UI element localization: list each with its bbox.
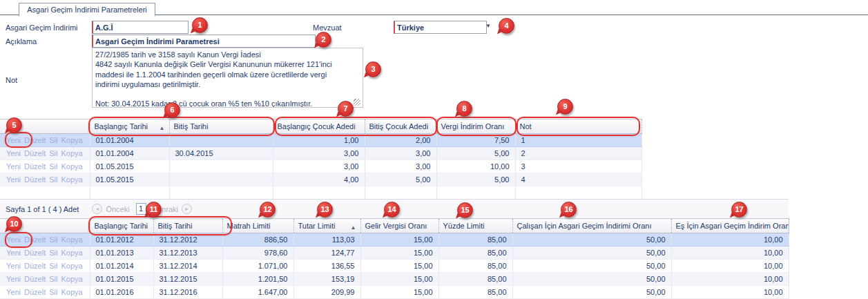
row-action-yeni[interactable]: Yeni: [6, 235, 21, 244]
row-action-duzelt[interactable]: Düzelt: [24, 162, 46, 171]
row-action-kopya[interactable]: Kopya: [61, 162, 82, 171]
row-action-kopya[interactable]: Kopya: [61, 235, 82, 244]
cell: 3,00: [273, 147, 365, 160]
col-bitis-tarihi[interactable]: Bitiş Tarihi: [153, 219, 222, 233]
row-action-yeni[interactable]: Yeni: [6, 136, 21, 144]
cell: [169, 173, 273, 186]
annotation-badge-1: 1: [192, 17, 208, 33]
annotation-badge-6: 6: [164, 102, 180, 118]
pager-prev-label[interactable]: Önceki: [106, 205, 129, 213]
dropdown-arrow-icon[interactable]: ▼: [485, 23, 491, 29]
row-action-yeni[interactable]: Yeni: [6, 262, 21, 270]
row-action-duzelt[interactable]: Düzelt: [24, 149, 46, 157]
agi-label: Asgari Geçim İndirimi: [6, 23, 78, 32]
row-action-kopya[interactable]: Kopya: [61, 249, 82, 257]
cell: 31.12.2013: [153, 247, 222, 260]
row-action-sil[interactable]: Sil: [49, 288, 57, 296]
cell: 1,00: [273, 134, 365, 147]
table-row[interactable]: YeniDüzeltSilKopya 01.01.2016 31.12.2016…: [0, 286, 789, 299]
tab-asgari-gecim-indirimi-parametreleri[interactable]: Asgari Geçim İndirimi Parametreleri: [19, 3, 155, 17]
mevzuat-label: Mevzuat: [313, 23, 342, 32]
cell: 4,00: [273, 173, 365, 186]
agi-input[interactable]: [92, 21, 189, 34]
col-not[interactable]: Not: [515, 119, 642, 134]
table-row[interactable]: YeniDüzeltSilKopya 01.01.2004 30.04.2015…: [0, 147, 642, 160]
col-tutar-limiti[interactable]: ▲Tutar Limiti: [293, 219, 360, 233]
col-baslangic-cocuk-adedi[interactable]: Başlangıç Çocuk Adedi: [273, 119, 365, 134]
table-row[interactable]: YeniDüzeltSilKopya 01.01.2004 1,00 2,00 …: [0, 134, 642, 147]
row-action-duzelt[interactable]: Düzelt: [24, 249, 46, 257]
row-action-sil[interactable]: Sil: [49, 235, 57, 244]
col-vergi-indirim-orani[interactable]: Vergi İndirim Oranı: [436, 119, 515, 134]
aciklama-input[interactable]: [92, 35, 316, 48]
table-row[interactable]: YeniDüzeltSilKopya 01.01.2013 31.12.2013…: [0, 247, 789, 260]
row-action-kopya[interactable]: Kopya: [61, 149, 82, 157]
cell: 85,00: [438, 260, 512, 273]
cell: 124,77: [293, 247, 360, 260]
col-es-agi-orani[interactable]: Eş İçin Asgari Geçim İndirim Oranı: [671, 219, 789, 233]
row-action-kopya[interactable]: Kopya: [61, 288, 82, 296]
row-action-yeni[interactable]: Yeni: [6, 249, 21, 257]
row-action-duzelt[interactable]: Düzelt: [24, 262, 46, 270]
annotation-badge-11: 11: [146, 202, 162, 218]
col-baslangic-tarihi[interactable]: Başlangıç Tarihi: [90, 219, 153, 233]
cell: 15,00: [360, 286, 438, 299]
col-bitis-tarihi[interactable]: Bitiş Tarihi: [169, 119, 273, 134]
col-yuzde-limiti[interactable]: Yüzde Limiti: [438, 219, 512, 233]
row-action-yeni[interactable]: Yeni: [6, 162, 21, 171]
col-matrah-limiti[interactable]: Matrah Limiti: [222, 219, 293, 233]
row-action-kopya[interactable]: Kopya: [61, 262, 82, 270]
row-action-sil[interactable]: Sil: [49, 275, 57, 283]
row-action-yeni[interactable]: Yeni: [6, 175, 21, 184]
table-row[interactable]: YeniDüzeltSilKopya 01.01.2014 31.12.2014…: [0, 260, 789, 273]
cell: 5,00: [365, 173, 436, 186]
row-action-sil[interactable]: Sil: [49, 149, 57, 157]
row-action-yeni[interactable]: Yeni: [6, 275, 21, 283]
cell: 136,55: [293, 260, 360, 273]
cell: 3,00: [365, 147, 436, 160]
row-action-sil[interactable]: Sil: [49, 249, 57, 257]
cell: 15,00: [360, 260, 438, 273]
annotation-badge-7: 7: [338, 101, 354, 117]
row-action-sil[interactable]: Sil: [49, 136, 57, 144]
col-gelir-vergisi-orani[interactable]: Gelir Vergisi Oranı: [360, 219, 438, 233]
row-action-yeni[interactable]: Yeni: [6, 288, 21, 296]
cell: 50,00: [512, 260, 671, 273]
row-action-kopya[interactable]: Kopya: [61, 136, 82, 144]
cell: 01.05.2015: [90, 173, 169, 186]
row-action-duzelt[interactable]: Düzelt: [24, 175, 46, 184]
row-action-sil[interactable]: Sil: [49, 162, 57, 171]
not-textarea[interactable]: 27/2/1985 tarih ve 3158 sayılı Kanun Ver…: [92, 48, 363, 108]
row-action-duzelt[interactable]: Düzelt: [24, 288, 46, 296]
cell: 3: [515, 160, 642, 173]
table-row[interactable]: YeniDüzeltSilKopya 01.01.2012 31.12.2012…: [0, 233, 789, 247]
row-action-duzelt[interactable]: Düzelt: [24, 136, 46, 144]
mevzuat-select[interactable]: [394, 21, 487, 34]
table-row[interactable]: YeniDüzeltSilKopya 01.05.2015 3,00 3,00 …: [0, 160, 642, 173]
col-calisan-agi-orani[interactable]: Çalışan İçin Asgari Geçim İndirimi Oranı: [512, 219, 671, 233]
row-action-kopya[interactable]: Kopya: [61, 275, 82, 283]
row-action-yeni[interactable]: Yeni: [6, 149, 21, 157]
row-action-duzelt[interactable]: Düzelt: [24, 235, 46, 244]
row-action-sil[interactable]: Sil: [49, 175, 57, 184]
table-row[interactable]: YeniDüzeltSilKopya 01.01.2015 31.12.2015…: [0, 273, 789, 286]
row-action-duzelt[interactable]: Düzelt: [24, 275, 46, 283]
agi-parameters-table: ▲Başlangıç Tarihi Bitiş Tarihi Başlangıç…: [0, 119, 642, 200]
textarea-resize-grip-icon[interactable]: [354, 99, 360, 106]
cell: 10,00: [671, 286, 789, 299]
annotation-badge-14: 14: [384, 202, 400, 218]
cell: 10,00: [671, 273, 789, 286]
cell: 1.071,00: [222, 260, 293, 273]
col-bitis-cocuk-adedi[interactable]: Bitiş Çocuk Adedi: [365, 119, 436, 134]
pager-page-number[interactable]: 1: [136, 203, 146, 215]
cell: 153,19: [293, 273, 360, 286]
cell: 30.04.2015: [169, 147, 273, 160]
cell: 15,00: [360, 273, 438, 286]
row-action-sil[interactable]: Sil: [49, 262, 57, 270]
col-baslangic-tarihi[interactable]: ▲Başlangıç Tarihi: [90, 119, 169, 134]
row-action-kopya[interactable]: Kopya: [61, 175, 82, 184]
table-empty-row: [0, 186, 642, 200]
pager-prev-button[interactable]: ◄: [92, 204, 102, 214]
pager-next-button[interactable]: ►: [182, 204, 192, 214]
table-row[interactable]: YeniDüzeltSilKopya 01.05.2015 4,00 5,00 …: [0, 173, 642, 186]
